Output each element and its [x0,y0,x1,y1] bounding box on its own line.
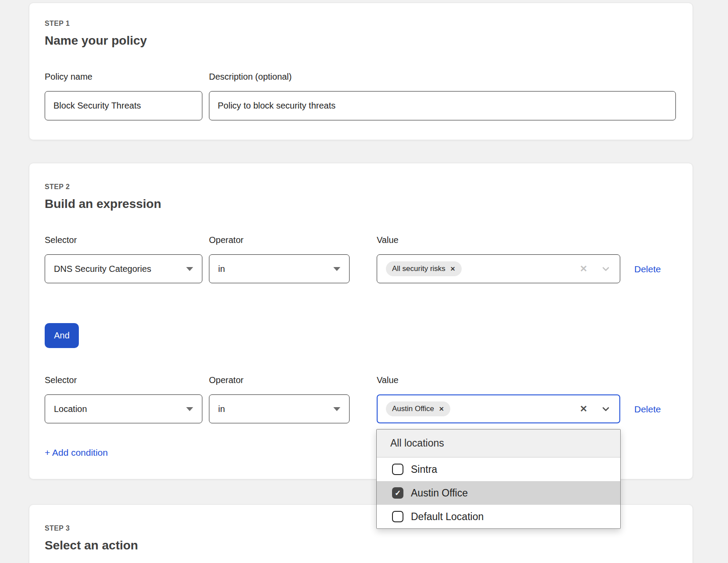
step2-title: Build an expression [45,197,676,211]
dropdown-option-default-location[interactable]: Default Location [377,505,620,528]
tag-remove-icon[interactable]: ✕ [439,405,444,412]
dropdown-option-label: Default Location [411,511,484,523]
description-input[interactable]: Policy to block security threats [209,91,676,120]
triangle-down-icon [186,267,193,271]
value-column-1: Value All security risks ✕ ✕ [377,235,620,283]
dropdown-option-sintra[interactable]: Sintra [377,457,620,481]
selector-label-2: Selector [45,375,202,385]
clear-field-icon[interactable]: ✕ [580,404,587,414]
operator-value-1: in [218,264,225,274]
checkbox[interactable] [392,511,403,522]
value-tag: Austin Office ✕ [386,401,450,416]
triangle-down-icon [333,267,340,271]
selector-value-1: DNS Security Categories [54,264,151,274]
description-field-group: Description (optional) Policy to block s… [209,72,676,120]
add-condition-link[interactable]: + Add condition [45,447,108,458]
description-label: Description (optional) [209,72,676,82]
chevron-down-icon[interactable] [601,264,611,274]
value-tag-text: All security risks [392,264,445,273]
operator-column-2: Operator in [209,375,350,423]
step1-card: STEP 1 Name your policy Policy name Bloc… [29,3,693,140]
selector-label-1: Selector [45,235,202,245]
step1-label: STEP 1 [45,20,676,28]
value-label-1: Value [377,235,620,245]
operator-value-2: in [218,404,225,414]
policy-name-input[interactable]: Block Security Threats [45,91,202,120]
policy-builder-page: STEP 1 Name your policy Policy name Bloc… [0,0,728,563]
locations-dropdown-panel: All locations Sintra Austin Office Defau… [376,429,621,529]
policy-name-value: Block Security Threats [53,101,141,111]
and-button[interactable]: And [45,323,79,348]
value-multiselect-2[interactable]: Austin Office ✕ ✕ All locations Sintra [377,394,620,423]
dropdown-option-austin-office[interactable]: Austin Office [377,481,620,505]
step1-title: Name your policy [45,34,676,47]
value-multiselect-1[interactable]: All security risks ✕ ✕ [377,254,620,283]
operator-label-2: Operator [209,375,350,385]
dropdown-option-label: Austin Office [411,487,468,499]
clear-field-icon[interactable]: ✕ [580,264,587,274]
operator-column-1: Operator in [209,235,350,283]
value-tag: All security risks ✕ [386,261,462,276]
dropdown-option-label: Sintra [411,464,437,475]
description-value: Policy to block security threats [218,101,336,111]
triangle-down-icon [333,407,340,411]
step2-label: STEP 2 [45,183,676,191]
operator-dropdown-1[interactable]: in [209,254,350,283]
chevron-down-icon[interactable] [601,404,611,414]
value-label-2: Value [377,375,620,385]
operator-label-1: Operator [209,235,350,245]
condition-row-1: Selector DNS Security Categories Operato… [45,235,676,283]
checkbox[interactable] [392,487,403,499]
selector-dropdown-2[interactable]: Location [45,394,202,423]
triangle-down-icon [186,407,193,411]
tag-remove-icon[interactable]: ✕ [450,265,456,272]
selector-column-1: Selector DNS Security Categories [45,235,202,283]
policy-name-field-group: Policy name Block Security Threats [45,72,202,120]
selector-column-2: Selector Location [45,375,202,423]
condition-row-2: Selector Location Operator in Value Aust… [45,375,676,423]
step1-form-row: Policy name Block Security Threats Descr… [45,72,676,120]
step3-title: Select an action [45,538,676,552]
selector-dropdown-1[interactable]: DNS Security Categories [45,254,202,283]
value-column-2: Value Austin Office ✕ ✕ All locations [377,375,620,423]
step2-card: STEP 2 Build an expression Selector DNS … [29,163,693,479]
delete-condition-link-1[interactable]: Delete [634,264,661,274]
selector-value-2: Location [54,404,87,414]
delete-condition-link-2[interactable]: Delete [634,404,661,415]
checkbox[interactable] [392,464,403,475]
operator-dropdown-2[interactable]: in [209,394,350,423]
policy-name-label: Policy name [45,72,202,82]
dropdown-header-all-locations[interactable]: All locations [377,429,620,457]
value-tag-text: Austin Office [392,405,434,413]
